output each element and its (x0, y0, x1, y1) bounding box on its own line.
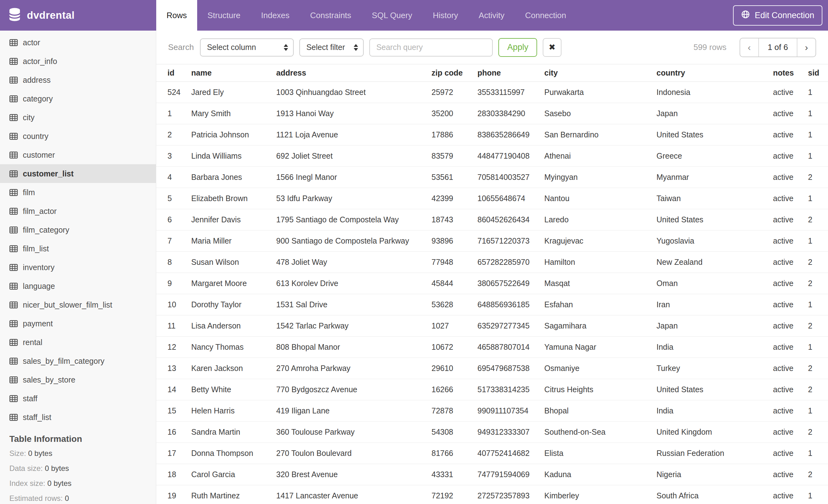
cell-id[interactable]: 9 (156, 273, 191, 294)
cell-id[interactable]: 8 (156, 252, 191, 273)
sidebar-item-country[interactable]: country (0, 127, 156, 145)
tab-structure[interactable]: Structure (197, 0, 251, 31)
cell-id[interactable]: 5 (156, 188, 191, 209)
cell-city[interactable]: Sagamihara (544, 315, 657, 337)
column-header-country[interactable]: country (657, 64, 773, 82)
cell-notes[interactable]: active (773, 358, 808, 379)
cell-name[interactable]: Jennifer Davis (191, 209, 276, 230)
column-header-city[interactable]: city (544, 64, 657, 82)
cell-sid[interactable]: 2 (808, 379, 828, 400)
sidebar-item-film[interactable]: film (0, 183, 156, 202)
cell-phone[interactable]: 990911107354 (478, 400, 544, 421)
cell-id[interactable]: 17 (156, 443, 191, 464)
cell-city[interactable]: Nantou (544, 188, 657, 209)
tab-activity[interactable]: Activity (468, 0, 514, 31)
cell-sid[interactable]: 1 (808, 124, 828, 145)
sidebar-item-nicer-but-slower-film-list[interactable]: nicer_but_slower_film_list (0, 295, 156, 314)
table-row[interactable]: 1Mary Smith1913 Hanoi Way352002830338429… (156, 103, 828, 124)
cell-id[interactable]: 14 (156, 379, 191, 400)
tab-rows[interactable]: Rows (156, 0, 197, 31)
sidebar-item-film-actor[interactable]: film_actor (0, 202, 156, 221)
cell-zip-code[interactable]: 83579 (431, 145, 478, 167)
cell-zip-code[interactable]: 29610 (431, 358, 478, 379)
table-row[interactable]: 16Sandra Martin360 Toulouse Parkway54308… (156, 421, 828, 443)
cell-sid[interactable]: 2 (808, 315, 828, 337)
cell-phone[interactable]: 747791594069 (478, 464, 544, 485)
cell-city[interactable]: Myingyan (544, 167, 657, 188)
cell-zip-code[interactable]: 45844 (431, 273, 478, 294)
cell-city[interactable]: Sasebo (544, 103, 657, 124)
table-row[interactable]: 14Betty White770 Bydgoszcz Avenue1626651… (156, 379, 828, 400)
cell-zip-code[interactable]: 72878 (431, 400, 478, 421)
cell-country[interactable]: Russian Federation (657, 443, 773, 464)
column-header-phone[interactable]: phone (478, 64, 544, 82)
cell-city[interactable]: Bhopal (544, 400, 657, 421)
table-row[interactable]: 10Dorothy Taylor1531 Sal Drive5362864885… (156, 294, 828, 315)
cell-address[interactable]: 1003 Qinhuangdao Street (276, 82, 431, 103)
cell-zip-code[interactable]: 53561 (431, 167, 478, 188)
cell-country[interactable]: United States (657, 379, 773, 400)
cell-country[interactable]: Turkey (657, 358, 773, 379)
cell-phone[interactable]: 35533115997 (478, 82, 544, 103)
cell-sid[interactable]: 1 (808, 337, 828, 358)
cell-sid[interactable]: 1 (808, 145, 828, 167)
cell-address[interactable]: 692 Joliet Street (276, 145, 431, 167)
cell-sid[interactable]: 1 (808, 294, 828, 315)
cell-notes[interactable]: active (773, 124, 808, 145)
cell-sid[interactable]: 2 (808, 252, 828, 273)
sidebar-item-customer[interactable]: customer (0, 145, 156, 164)
edit-connection-button[interactable]: Edit Connection (733, 5, 822, 26)
cell-country[interactable]: Japan (657, 315, 773, 337)
cell-notes[interactable]: active (773, 188, 808, 209)
cell-address[interactable]: 270 Toulon Boulevard (276, 443, 431, 464)
cell-sid[interactable]: 2 (808, 273, 828, 294)
sidebar-item-actor[interactable]: actor (0, 33, 156, 52)
cell-country[interactable]: India (657, 337, 773, 358)
cell-city[interactable]: Laredo (544, 209, 657, 230)
cell-name[interactable]: Lisa Anderson (191, 315, 276, 337)
table-row[interactable]: 18Carol Garcia320 Brest Avenue4333174779… (156, 464, 828, 485)
cell-id[interactable]: 7 (156, 230, 191, 252)
cell-id[interactable]: 13 (156, 358, 191, 379)
cell-country[interactable]: India (657, 400, 773, 421)
cell-zip-code[interactable]: 42399 (431, 188, 478, 209)
cell-country[interactable]: South Africa (657, 485, 773, 504)
cell-notes[interactable]: active (773, 167, 808, 188)
tab-indexes[interactable]: Indexes (251, 0, 300, 31)
cell-country[interactable]: Japan (657, 103, 773, 124)
cell-phone[interactable]: 705814003527 (478, 167, 544, 188)
cell-city[interactable]: Citrus Heights (544, 379, 657, 400)
sidebar-item-sales-by-film-category[interactable]: sales_by_film_category (0, 352, 156, 370)
cell-notes[interactable]: active (773, 82, 808, 103)
cell-sid[interactable]: 2 (808, 358, 828, 379)
cell-phone[interactable]: 838635286649 (478, 124, 544, 145)
table-row[interactable]: 3Linda Williams692 Joliet Street83579448… (156, 145, 828, 167)
next-page-button[interactable]: › (797, 38, 816, 56)
cell-id[interactable]: 10 (156, 294, 191, 315)
cell-zip-code[interactable]: 81766 (431, 443, 478, 464)
table-row[interactable]: 4Barbara Jones1566 Inegl Manor5356170581… (156, 167, 828, 188)
column-header-notes[interactable]: notes (773, 64, 808, 82)
cell-address[interactable]: 1566 Inegl Manor (276, 167, 431, 188)
cell-address[interactable]: 478 Joliet Way (276, 252, 431, 273)
cell-city[interactable]: Southend-on-Sea (544, 421, 657, 443)
cell-country[interactable]: Nigeria (657, 464, 773, 485)
cell-zip-code[interactable]: 93896 (431, 230, 478, 252)
cell-country[interactable]: United Kingdom (657, 421, 773, 443)
cell-country[interactable]: Taiwan (657, 188, 773, 209)
cell-country[interactable]: Greece (657, 145, 773, 167)
cell-sid[interactable]: 1 (808, 485, 828, 504)
tab-history[interactable]: History (422, 0, 468, 31)
cell-phone[interactable]: 448477190408 (478, 145, 544, 167)
cell-city[interactable]: Masqat (544, 273, 657, 294)
cell-country[interactable]: United States (657, 209, 773, 230)
cell-notes[interactable]: active (773, 315, 808, 337)
cell-address[interactable]: 419 Iligan Lane (276, 400, 431, 421)
cell-notes[interactable]: active (773, 145, 808, 167)
cell-address[interactable]: 1542 Tarlac Parkway (276, 315, 431, 337)
cell-address[interactable]: 1795 Santiago de Compostela Way (276, 209, 431, 230)
table-row[interactable]: 15Helen Harris419 Iligan Lane72878990911… (156, 400, 828, 421)
cell-zip-code[interactable]: 43331 (431, 464, 478, 485)
cell-id[interactable]: 12 (156, 337, 191, 358)
cell-notes[interactable]: active (773, 485, 808, 504)
